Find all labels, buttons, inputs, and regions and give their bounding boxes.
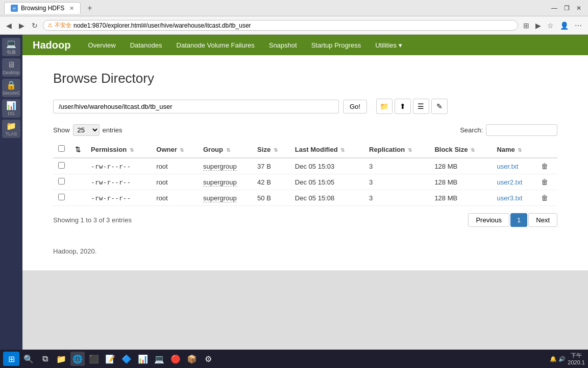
app6-button[interactable]: 📦: [185, 352, 199, 366]
browser-page: Hadoop Overview Datanodes Datanode Volum…: [22, 35, 588, 350]
insecure-label: 不安全: [55, 21, 71, 29]
table-footer: Showing 1 to 3 of 3 entries Previous 1 N…: [53, 213, 557, 227]
select-all-checkbox[interactable]: [58, 145, 65, 152]
sidebar-icon-tlas[interactable]: 📁TLAS: [2, 120, 20, 138]
th-owner[interactable]: Owner ⇅: [151, 141, 198, 158]
row-checkbox-0[interactable]: [58, 162, 65, 169]
row-index-1: [70, 174, 86, 190]
table-controls-top: Show 10 25 50 100 entries Search:: [53, 124, 557, 136]
list-action-button[interactable]: ☰: [413, 99, 429, 114]
taskbar-icons-right: 🔔 🔊: [550, 356, 566, 362]
profile-button[interactable]: 👤: [558, 20, 571, 31]
tab-close-button[interactable]: ✕: [69, 5, 74, 12]
start-button[interactable]: ⊞: [3, 352, 19, 366]
browser-titlebar: H Browsing HDFS ✕ + — ❐ ✕: [0, 0, 588, 16]
cast-button[interactable]: ▶: [533, 20, 543, 31]
nav-item-datanodes[interactable]: Datanodes: [123, 35, 169, 55]
folder-action-button[interactable]: 📁: [376, 99, 393, 114]
row-group-2: supergroup: [198, 190, 252, 206]
sidebar-icon-dg[interactable]: 📊DG: [2, 99, 20, 118]
th-block-size[interactable]: Block Size ⇅: [429, 141, 492, 158]
delete-button-0[interactable]: 🗑: [541, 162, 548, 170]
extensions-button[interactable]: ⊞: [521, 20, 531, 31]
forward-button[interactable]: ▶: [17, 20, 27, 31]
previous-button[interactable]: Previous: [468, 213, 509, 227]
sidebar-icon-desktop[interactable]: 🖥Desktop: [2, 58, 20, 77]
menu-button[interactable]: ⋯: [573, 20, 584, 31]
row-block-size-2: 128 MB: [429, 190, 492, 206]
back-button[interactable]: ◀: [4, 20, 14, 31]
nav-item-datanode-failures[interactable]: Datanode Volume Failures: [169, 35, 262, 55]
app2-button[interactable]: 🔷: [119, 352, 134, 366]
row-owner-0: root: [151, 158, 198, 174]
security-icon: ⚠: [47, 22, 53, 29]
th-sort-icon[interactable]: ⇅: [70, 141, 86, 158]
settings-action-button[interactable]: ✎: [431, 99, 448, 114]
browser-content: 💻电脑 🖥Desktop 🔒SecureC 📊DG 📁TLAS Hadoop O…: [0, 35, 588, 350]
search-label: Search:: [460, 126, 483, 134]
th-size[interactable]: Size ⇅: [252, 141, 290, 158]
task-view-button[interactable]: ⧉: [38, 352, 52, 366]
current-page[interactable]: 1: [510, 213, 527, 227]
entries-select[interactable]: 10 25 50 100: [73, 124, 100, 136]
terminal-button[interactable]: ⬛: [87, 352, 101, 366]
minimize-button[interactable]: —: [549, 3, 559, 13]
table-row: -rw-r--r-- root supergroup 37 B Dec 05 1…: [53, 158, 557, 174]
sidebar-icon-dianao[interactable]: 💻电脑: [2, 38, 20, 56]
row-checkbox-2[interactable]: [58, 194, 65, 200]
maximize-button[interactable]: ❐: [561, 3, 572, 13]
tab-title: Browsing HDFS: [21, 5, 64, 12]
left-sidebar: 💻电脑 🖥Desktop 🔒SecureC 📊DG 📁TLAS: [0, 35, 22, 350]
row-delete-0: 🗑: [536, 158, 557, 174]
close-window-button[interactable]: ✕: [574, 3, 584, 13]
row-checkbox-1[interactable]: [58, 178, 65, 185]
search-taskbar-button[interactable]: 🔍: [21, 352, 36, 366]
th-group[interactable]: Group ⇅: [198, 141, 252, 158]
app5-button[interactable]: 🔴: [168, 352, 183, 366]
row-last-modified-2: Dec 05 15:08: [290, 190, 364, 206]
row-size-0: 37 B: [252, 158, 290, 174]
row-checkbox-cell-2: [53, 190, 70, 206]
th-replication[interactable]: Replication ⇅: [364, 141, 429, 158]
sidebar-icon-secure[interactable]: 🔒SecureC: [2, 79, 20, 97]
up-action-button[interactable]: ⬆: [395, 99, 411, 114]
file-link-0[interactable]: user.txt: [497, 163, 518, 170]
new-tab-button[interactable]: +: [84, 2, 96, 14]
nav-item-snapshot[interactable]: Snapshot: [262, 35, 304, 55]
row-last-modified-1: Dec 05 15:05: [290, 174, 364, 190]
nav-item-overview[interactable]: Overview: [81, 35, 122, 55]
go-button[interactable]: Go!: [343, 100, 367, 113]
reload-button[interactable]: ↻: [30, 20, 40, 31]
th-name[interactable]: Name ⇅: [492, 141, 535, 158]
row-owner-2: root: [151, 190, 198, 206]
browser-tab[interactable]: H Browsing HDFS ✕: [4, 2, 81, 14]
th-permission[interactable]: Permission ⇅: [86, 141, 151, 158]
search-input[interactable]: [486, 124, 557, 136]
row-permission-1: -rw-r--r--: [86, 174, 151, 190]
file-link-1[interactable]: user2.txt: [497, 178, 522, 186]
app7-button[interactable]: ⚙: [201, 352, 215, 366]
app4-button[interactable]: 💻: [152, 352, 166, 366]
th-last-modified[interactable]: Last Modified ⇅: [290, 141, 364, 158]
tab-favicon: H: [11, 5, 18, 12]
delete-button-2[interactable]: 🗑: [541, 194, 548, 202]
path-input[interactable]: [53, 100, 339, 113]
bookmark-button[interactable]: ☆: [545, 20, 556, 31]
row-name-2: user3.txt: [492, 190, 535, 206]
entries-label: entries: [103, 126, 122, 134]
app3-button[interactable]: 📊: [136, 352, 150, 366]
browser-taskbar-button[interactable]: 🌐: [70, 352, 85, 366]
address-bar[interactable]: [74, 22, 513, 29]
next-button[interactable]: Next: [528, 213, 557, 227]
row-index-2: [70, 190, 86, 206]
nav-item-utilities[interactable]: Utilities ▾: [368, 35, 409, 55]
row-permission-2: -rw-r--r--: [86, 190, 151, 206]
app1-button[interactable]: 📝: [103, 352, 117, 366]
row-replication-0: 3: [364, 158, 429, 174]
th-select-all: [53, 141, 70, 158]
delete-button-1[interactable]: 🗑: [541, 178, 548, 186]
file-link-2[interactable]: user3.txt: [497, 194, 522, 202]
nav-item-startup-progress[interactable]: Startup Progress: [304, 35, 369, 55]
row-group-0: supergroup: [198, 158, 252, 174]
file-explorer-button[interactable]: 📁: [54, 352, 68, 366]
